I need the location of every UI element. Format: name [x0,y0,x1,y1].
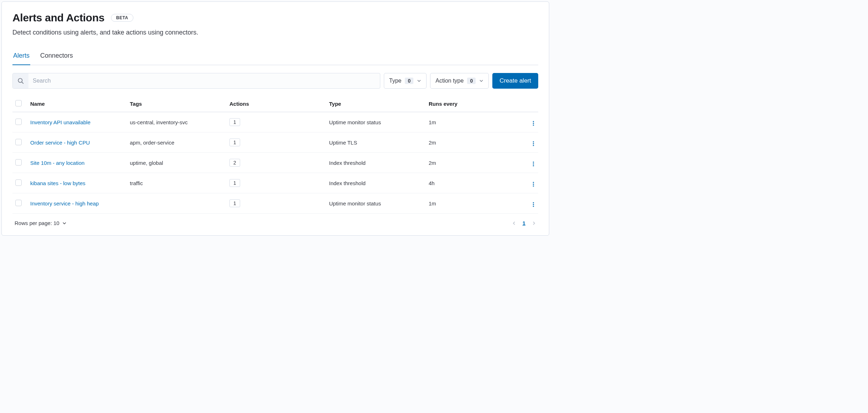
alert-tags: uptime, global [127,153,227,173]
row-actions-menu[interactable] [531,181,535,188]
row-checkbox[interactable] [15,139,22,145]
filter-type-button[interactable]: Type 0 [384,73,427,89]
select-all-checkbox[interactable] [15,100,22,106]
table-footer: Rows per page: 10 1 [12,214,538,228]
alert-runs-every: 1m [426,112,523,132]
row-checkbox[interactable] [15,179,22,186]
filter-action-type-count: 0 [467,78,476,84]
alerts-panel: Alerts and Actions BETA Detect condition… [1,1,549,236]
row-actions-menu[interactable] [531,201,535,208]
alert-name-link[interactable]: kibana sites - low bytes [30,180,85,186]
row-checkbox[interactable] [15,119,22,125]
alert-action-count: 1 [229,118,240,126]
chevron-down-icon [417,79,421,83]
page-title: Alerts and Actions [12,12,105,24]
prev-page-button[interactable] [512,221,516,225]
table-row: Order service - high CPUapm, order-servi… [12,132,538,153]
filter-type-label: Type [389,78,402,84]
alerts-table: Name Tags Actions Type Runs every Invent… [12,96,538,214]
column-header-tags[interactable]: Tags [127,96,227,112]
table-row: Inventory service - high heap1Uptime mon… [12,193,538,214]
column-header-type[interactable]: Type [326,96,426,112]
beta-badge: BETA [111,14,134,22]
svg-line-1 [22,82,23,84]
alert-tags: apm, order-service [127,132,227,153]
filter-action-type-button[interactable]: Action type 0 [430,73,489,89]
alert-type: Index threshold [326,153,426,173]
alert-type: Index threshold [326,173,426,193]
alert-runs-every: 2m [426,132,523,153]
alert-type: Uptime TLS [326,132,426,153]
alert-runs-every: 2m [426,153,523,173]
search-field[interactable] [12,73,380,89]
alert-action-count: 1 [229,138,240,146]
alert-tags: us-central, inventory-svc [127,112,227,132]
filter-action-type-label: Action type [435,78,464,84]
tabs: Alerts Connectors [12,48,538,65]
next-page-button[interactable] [532,221,536,225]
alert-tags [127,193,227,214]
row-checkbox[interactable] [15,159,22,166]
search-icon [13,73,28,88]
chevron-down-icon [62,221,67,225]
page-number[interactable]: 1 [523,220,525,226]
table-row: Inventory API unavailableus-central, inv… [12,112,538,132]
alert-type: Uptime monitor status [326,112,426,132]
row-actions-menu[interactable] [531,160,535,168]
alert-name-link[interactable]: Inventory API unavailable [30,119,90,125]
rows-per-page-label: Rows per page: 10 [15,220,59,226]
alert-action-count: 1 [229,199,240,207]
search-input[interactable] [28,73,380,88]
alert-name-link[interactable]: Site 10m - any location [30,160,85,166]
table-row: Site 10m - any locationuptime, global2In… [12,153,538,173]
pagination: 1 [512,220,536,226]
filter-type-count: 0 [405,78,413,84]
tab-alerts[interactable]: Alerts [12,48,30,65]
alert-type: Uptime monitor status [326,193,426,214]
controls-row: Type 0 Action type 0 Create alert [12,73,538,89]
page-subtitle: Detect conditions using alerts, and take… [12,29,538,36]
column-header-runs[interactable]: Runs every [426,96,523,112]
chevron-down-icon [479,79,483,83]
column-header-name[interactable]: Name [27,96,127,112]
table-row: kibana sites - low bytestraffic1Index th… [12,173,538,193]
alert-name-link[interactable]: Order service - high CPU [30,140,90,146]
alert-tags: traffic [127,173,227,193]
create-alert-button[interactable]: Create alert [492,73,538,89]
column-header-actions[interactable]: Actions [227,96,326,112]
page-header: Alerts and Actions BETA [12,12,538,24]
row-checkbox[interactable] [15,200,22,206]
row-actions-menu[interactable] [531,120,535,127]
tab-connectors[interactable]: Connectors [39,48,74,65]
rows-per-page-select[interactable]: Rows per page: 10 [15,220,67,226]
alert-runs-every: 4h [426,173,523,193]
row-actions-menu[interactable] [531,140,535,147]
alert-action-count: 1 [229,179,240,187]
svg-point-0 [18,78,22,82]
alert-action-count: 2 [229,159,240,167]
alert-runs-every: 1m [426,193,523,214]
alert-name-link[interactable]: Inventory service - high heap [30,200,99,206]
